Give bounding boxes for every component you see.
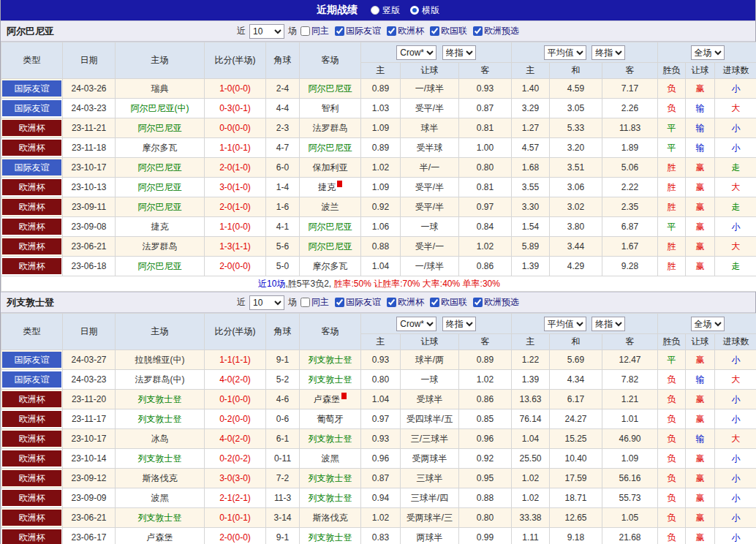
recent-label: 近 (237, 25, 246, 37)
filter-checkbox[interactable] (335, 26, 344, 36)
avg-provider-select[interactable]: 平均值 (544, 317, 586, 331)
team-link[interactable]: 阿尔巴尼亚 (309, 222, 352, 232)
avg-provider-select[interactable]: 平均值 (544, 45, 586, 60)
team-link[interactable]: 摩尔多瓦 (313, 261, 348, 271)
team-link[interactable]: 阿尔巴尼亚 (309, 83, 352, 94)
avg-stage-select[interactable]: 终指 (591, 45, 625, 60)
team-link[interactable]: 葡萄牙 (317, 414, 344, 424)
filter-option[interactable]: 欧国联 (430, 25, 467, 37)
team-link[interactable]: 波黑 (151, 493, 169, 503)
team-link[interactable]: 卢森堡 (314, 394, 340, 404)
match-row: 欧洲杯 23-09-09 波黑 2-1(2-1) 11-3 列支敦士登 0.94… (1, 488, 756, 508)
filter-option[interactable]: 欧洲杯 (387, 25, 424, 37)
filter-option[interactable]: 欧洲预选 (473, 25, 519, 37)
team-link[interactable]: 列支敦士登 (309, 355, 352, 365)
filter-checkbox[interactable] (387, 26, 396, 36)
filter-checkbox[interactable] (473, 298, 483, 307)
team-link[interactable]: 阿尔巴尼亚 (138, 202, 182, 212)
horizontal-layout-option[interactable]: 横版 (410, 4, 439, 17)
avg-stage-select[interactable]: 终指 (591, 317, 625, 331)
odds-stage-select[interactable]: 终指 (442, 45, 476, 60)
team-link[interactable]: 阿尔巴尼亚 (138, 162, 182, 173)
avg-away: 1.09 (602, 449, 658, 469)
team-link[interactable]: 捷克 (151, 222, 169, 232)
corner-score: 5-2 (266, 370, 300, 390)
result-scope-select[interactable]: 全场 (691, 45, 725, 60)
team-link[interactable]: 摩尔多瓦 (143, 143, 178, 153)
home-team: 卢森堡 (116, 528, 205, 544)
avg-away: 7.17 (602, 79, 658, 99)
filter-option[interactable]: 欧洲预选 (473, 296, 519, 309)
score: 1-0(0-0) (205, 79, 266, 99)
team-link[interactable]: 列支敦士登 (138, 513, 182, 523)
team-link[interactable]: 阿尔巴尼亚 (138, 261, 182, 271)
team-link[interactable]: 列支敦士登 (309, 473, 352, 483)
odds-provider-select[interactable]: Crow* (396, 45, 436, 60)
team-link[interactable]: 法罗群岛(中) (135, 374, 185, 385)
result-goals: 走 (715, 197, 756, 217)
team-link[interactable]: 法罗群岛 (143, 241, 178, 252)
home-team: 法罗群岛(中) (116, 370, 205, 390)
team-link[interactable]: 卢森堡 (147, 532, 173, 543)
score: 3-0(1-0) (205, 178, 266, 197)
team-link[interactable]: 阿尔巴尼亚 (138, 182, 182, 192)
odds-home: 0.93 (361, 429, 401, 449)
vertical-layout-option[interactable]: 竖版 (371, 4, 400, 17)
match-type-badge: 国际友谊 (2, 352, 61, 368)
filter-option[interactable]: 同主 (300, 296, 329, 309)
team-link[interactable]: 斯洛伐克 (313, 513, 348, 523)
filter-option[interactable]: 欧洲杯 (387, 296, 424, 309)
team-link[interactable]: 法罗群岛 (313, 123, 348, 133)
team-link[interactable]: 阿尔巴尼亚 (309, 241, 352, 252)
filter-option[interactable]: 同主 (300, 25, 329, 37)
team-link[interactable]: 列支敦士登 (138, 414, 182, 424)
team-link[interactable]: 列支敦士登 (138, 453, 182, 464)
filter-checkbox[interactable] (473, 26, 483, 36)
team-link[interactable]: 保加利亚 (313, 162, 348, 173)
score: 2-0(1-0) (205, 158, 266, 178)
filter-checkbox[interactable] (430, 26, 439, 36)
team-link[interactable]: 列支敦士登 (309, 434, 352, 444)
odds-provider-select[interactable]: Crow* (396, 317, 436, 331)
filter-checkboxes: 同主国际友谊欧洲杯欧国联欧洲预选 (300, 25, 519, 37)
odds-away: 0.85 (459, 409, 512, 429)
recent-count-select[interactable]: 10 (249, 295, 284, 310)
team-link[interactable]: 列支敦士登 (309, 493, 352, 503)
team-link[interactable]: 阿尔巴尼亚 (309, 143, 352, 153)
horizontal-layout-radio[interactable] (410, 6, 419, 15)
team-link[interactable]: 波黑 (322, 453, 339, 464)
filter-checkbox[interactable] (387, 298, 396, 307)
vertical-layout-radio[interactable] (371, 6, 379, 15)
odds-handicap: 受四球半/五 (401, 409, 459, 429)
home-team: 阿尔巴尼亚 (116, 197, 205, 217)
team-link[interactable]: 波兰 (322, 202, 339, 212)
filter-option[interactable]: 欧国联 (430, 296, 467, 309)
team-link[interactable]: 斯洛伐克 (143, 473, 178, 483)
team-link[interactable]: 拉脱维亚(中) (135, 355, 185, 365)
filter-checkbox[interactable] (335, 298, 344, 307)
team-link[interactable]: 捷克 (318, 182, 336, 192)
away-team: 阿尔巴尼亚 (300, 217, 361, 237)
team-link[interactable]: 冰岛 (151, 434, 169, 444)
recent-count-select[interactable]: 10 (249, 24, 284, 39)
odds-stage-select[interactable]: 终指 (442, 317, 476, 331)
avg-home: 1.68 (512, 158, 550, 178)
team-link[interactable]: 列支敦士登 (309, 532, 352, 543)
team-link[interactable]: 智利 (322, 103, 339, 113)
filter-checkbox[interactable] (430, 298, 439, 307)
result-handicap: 输 (686, 370, 715, 390)
subcol-avg-draw: 和 (550, 334, 602, 350)
team-link[interactable]: 列支敦士登 (309, 374, 352, 385)
subcol-avg-away: 客 (602, 334, 658, 350)
team-link[interactable]: 阿尔巴尼亚 (138, 123, 182, 133)
filter-option[interactable]: 国际友谊 (335, 296, 381, 309)
team-link[interactable]: 瑞典 (151, 83, 169, 94)
home-team: 冰岛 (116, 429, 205, 449)
filter-checkbox[interactable] (300, 26, 310, 36)
odds-handicap: 一/球半 (401, 257, 459, 276)
team-link[interactable]: 阿尔巴尼亚(中) (131, 103, 189, 113)
team-link[interactable]: 列支敦士登 (138, 394, 182, 404)
filter-checkbox[interactable] (300, 298, 310, 307)
result-scope-select[interactable]: 全场 (691, 317, 725, 331)
filter-option[interactable]: 国际友谊 (335, 25, 381, 37)
